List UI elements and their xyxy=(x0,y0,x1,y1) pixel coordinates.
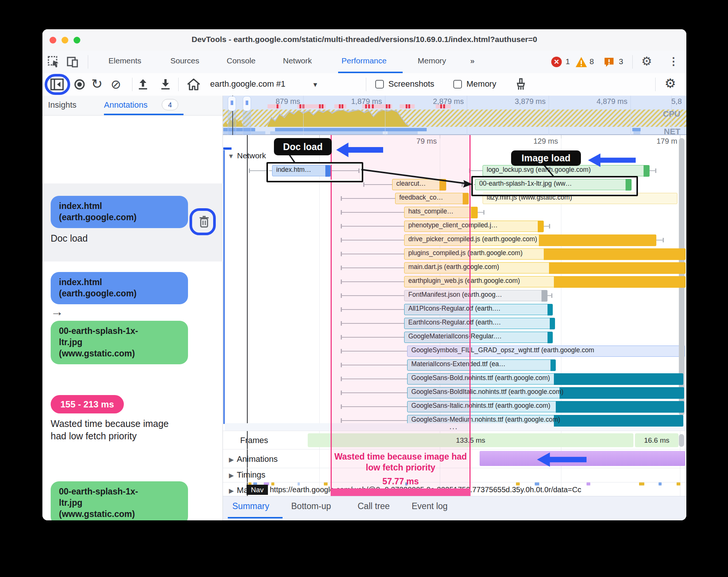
collect-garbage-icon[interactable] xyxy=(514,78,527,91)
main-track-label[interactable]: ▶Ma xyxy=(229,485,248,495)
request-whisker xyxy=(547,295,551,296)
request-download-cap xyxy=(551,359,556,371)
home-icon[interactable] xyxy=(187,78,200,91)
chip-line: (www.gstatic.com) xyxy=(59,509,180,520)
trash-icon[interactable] xyxy=(199,216,210,228)
long-task-tick xyxy=(322,104,323,108)
more-tabs-button[interactable]: » xyxy=(470,56,475,65)
chip-line: ltr.jpg xyxy=(59,497,180,509)
bottom-tab-bottom-up[interactable]: Bottom-up xyxy=(291,501,331,511)
flamechart-mini-chip xyxy=(659,482,662,485)
tab-performance[interactable]: Performance xyxy=(341,56,387,65)
animations-track-label[interactable]: ▶Animations xyxy=(229,454,278,464)
request-download-cap xyxy=(471,207,478,218)
kebab-menu-icon[interactable]: ⋮ xyxy=(668,55,679,68)
annotation-range-caption: Wasted time because image had low fetch … xyxy=(51,418,174,442)
collapse-triangle-icon[interactable]: ▼ xyxy=(228,153,234,160)
tab-console[interactable]: Console xyxy=(227,56,256,65)
network-track-header[interactable]: ▼Network xyxy=(228,151,266,160)
tab-annotations[interactable]: Annotations xyxy=(104,100,147,110)
chip-line: (earth.google.com) xyxy=(59,288,180,299)
memory-checkbox[interactable] xyxy=(453,80,462,89)
bottom-tab-event-log[interactable]: Event log xyxy=(412,501,448,511)
request-download-cap xyxy=(548,332,553,343)
annotation-range-chip[interactable]: 155 - 213 ms xyxy=(51,395,124,413)
show-sidebar-icon[interactable] xyxy=(50,78,65,91)
request-download-segment xyxy=(556,401,684,413)
clear-icon[interactable]: ⊘ xyxy=(111,77,121,92)
network-track-left-border xyxy=(223,150,225,424)
device-toolbar-icon[interactable] xyxy=(66,56,79,68)
annotation-link-from-chip[interactable]: index.html(earth.google.com) xyxy=(51,272,188,304)
error-count[interactable]: 1 xyxy=(566,57,570,66)
chip-line: 00-earth-splash-1x- xyxy=(59,486,180,497)
title-bar: DevTools - earth.google.com/static/multi… xyxy=(42,29,686,51)
range-handle-left[interactable]: ‖ xyxy=(228,96,236,111)
network-request-bar[interactable]: logo_lockup.svg (earth.google.com) xyxy=(483,165,649,176)
divider xyxy=(366,78,366,91)
frames-segment[interactable]: 16.6 ms xyxy=(635,433,678,447)
wasted-time-region xyxy=(331,135,471,496)
frames-scrollbar[interactable] xyxy=(679,434,684,447)
range-handle-right[interactable]: ‖ xyxy=(243,96,251,111)
overview-tick-label: 879 ms xyxy=(245,97,300,106)
annotation-link-to-chip[interactable]: 00-earth-splash-1x-ltr.jpg(www.gstatic.c… xyxy=(51,321,188,364)
annotation-chip-0[interactable]: index.html(earth.google.com) xyxy=(51,196,188,228)
request-download-segment xyxy=(544,248,686,260)
range-handle-stem xyxy=(243,110,251,135)
tab-memory[interactable]: Memory xyxy=(418,56,446,65)
chip-line: index.html xyxy=(59,277,180,288)
request-download-segment xyxy=(560,387,684,399)
expand-triangle-icon[interactable]: ▶ xyxy=(229,487,234,494)
flamechart-mini-chip xyxy=(298,482,300,485)
range-handle-stem xyxy=(228,110,236,135)
overview-gridline xyxy=(549,96,549,135)
tab-sources[interactable]: Sources xyxy=(170,56,199,65)
warning-count[interactable]: 8 xyxy=(590,57,594,66)
flamechart-mini-chip xyxy=(677,482,680,485)
long-task-tick xyxy=(388,104,390,108)
expand-triangle-icon[interactable]: ▶ xyxy=(229,472,234,479)
image-load-flag: Image load xyxy=(511,150,581,166)
long-task-tick xyxy=(319,104,321,108)
record-icon[interactable] xyxy=(74,79,85,90)
annotation-chip-3[interactable]: 00-earth-splash-1x-ltr.jpg(www.gstatic.c… xyxy=(51,481,188,520)
request-whisker-tick xyxy=(663,238,664,242)
bottom-tab-summary[interactable]: Summary xyxy=(232,501,269,511)
tab-network[interactable]: Network xyxy=(283,56,312,65)
upload-profile-icon[interactable] xyxy=(137,78,149,90)
delete-annotation-highlight-circle xyxy=(190,208,216,235)
wasted-time-region-footer xyxy=(331,488,471,496)
profile-dropdown-caret-icon[interactable]: ▾ xyxy=(313,80,317,89)
issues-badge-icon[interactable] xyxy=(604,57,614,68)
bottom-tab-call-tree[interactable]: Call tree xyxy=(358,501,390,511)
capture-settings-gear-icon[interactable]: ⚙ xyxy=(665,76,676,91)
profile-selector[interactable]: earth.google.com #1 xyxy=(210,79,286,89)
flamechart-mini-chip xyxy=(535,482,539,485)
window-title: DevTools - earth.google.com/static/multi… xyxy=(42,35,686,44)
tab-elements[interactable]: Elements xyxy=(108,56,141,65)
overview-gridline xyxy=(385,96,385,135)
timings-track-label[interactable]: ▶Timings xyxy=(229,470,265,480)
overview-gridline xyxy=(467,96,467,135)
frames-track-label[interactable]: Frames xyxy=(240,436,268,445)
request-download-cap xyxy=(541,290,548,302)
error-badge-icon[interactable]: ✕ xyxy=(551,57,562,67)
flamechart-mini-chip xyxy=(587,482,590,485)
screenshots-checkbox[interactable] xyxy=(375,80,384,89)
inspect-icon[interactable] xyxy=(47,56,60,68)
overview-tick-label: 4,879 ms xyxy=(573,97,627,106)
reload-record-icon[interactable]: ↻ xyxy=(91,76,102,92)
request-whisker xyxy=(469,170,483,171)
memory-label: Memory xyxy=(466,79,496,89)
tab-insights[interactable]: Insights xyxy=(48,100,77,110)
download-profile-icon[interactable] xyxy=(159,78,171,90)
settings-gear-icon[interactable]: ⚙ xyxy=(641,54,652,68)
request-whisker-tick xyxy=(483,210,484,215)
request-whisker xyxy=(477,212,483,213)
wasted-time-region-duration: 57.77 ms xyxy=(332,476,469,487)
request-whisker xyxy=(543,226,549,227)
issue-count[interactable]: 3 xyxy=(619,57,623,66)
expand-triangle-icon[interactable]: ▶ xyxy=(229,456,234,463)
warning-badge-icon[interactable] xyxy=(575,57,587,68)
